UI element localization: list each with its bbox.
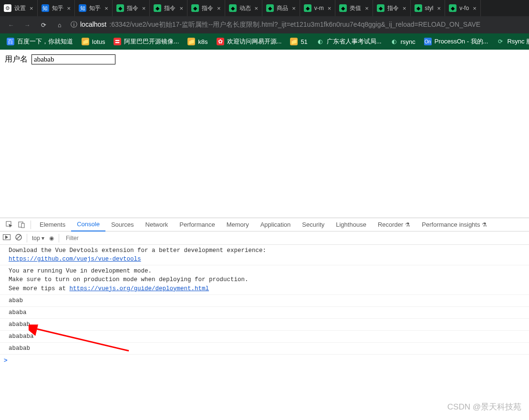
tab-title: 设置 bbox=[14, 4, 26, 12]
devtools-tab-network[interactable]: Network bbox=[140, 218, 174, 231]
console-log-line: You are running Vue in development mode.… bbox=[0, 265, 529, 294]
home-button[interactable]: ⌂ bbox=[54, 21, 65, 29]
close-icon[interactable]: × bbox=[292, 5, 296, 12]
close-icon[interactable]: × bbox=[328, 5, 332, 12]
tab-title: v-fo bbox=[459, 5, 469, 11]
close-icon[interactable]: × bbox=[179, 5, 183, 12]
close-icon[interactable]: × bbox=[365, 5, 369, 12]
devtools-tab-performance[interactable]: Performance bbox=[174, 218, 220, 231]
browser-tab[interactable]: ◆指令× bbox=[373, 0, 411, 16]
browser-tab[interactable]: ⚙设置× bbox=[0, 0, 38, 16]
separator bbox=[31, 220, 31, 229]
devtools-tab-lighthouse[interactable]: Lighthouse bbox=[330, 218, 372, 231]
bookmark-icon: ◐ bbox=[390, 38, 398, 45]
console-log-line: ababa bbox=[0, 307, 529, 319]
browser-tab-strip: ⚙设置×知知乎×知知乎×◆指令×◆指令×◆指令×◆动态×◆商品×◆v-m×◆类值… bbox=[0, 0, 529, 16]
page-content: 用户名 bbox=[0, 50, 529, 218]
tab-title: 知乎 bbox=[89, 4, 101, 12]
browser-tab[interactable]: ◆指令× bbox=[113, 0, 150, 16]
browser-tab[interactable]: ◆商品× bbox=[262, 0, 300, 16]
tab-favicon: ◆ bbox=[377, 4, 384, 12]
close-icon[interactable]: × bbox=[67, 5, 71, 12]
browser-tab[interactable]: 知知乎× bbox=[75, 0, 113, 16]
device-toggle-icon[interactable] bbox=[15, 221, 28, 228]
bookmarks-bar: 百百度一下，你就知道📁lotus〓阿里巴巴开源镜像...📁k8s✿欢迎访问网易开… bbox=[0, 33, 529, 50]
bookmark-icon: On bbox=[424, 38, 432, 45]
devtools-tab-performance-insights[interactable]: Performance insights ⚗ bbox=[416, 218, 493, 231]
bookmark-label: rsync bbox=[401, 38, 415, 45]
close-icon[interactable]: × bbox=[255, 5, 259, 12]
browser-tab[interactable]: ◆v-fo× bbox=[445, 0, 481, 16]
tab-title: 动态 bbox=[239, 4, 251, 12]
bookmark-label: 百度一下，你就知道 bbox=[17, 37, 73, 46]
console-filter-input[interactable] bbox=[64, 234, 159, 242]
devtools-tab-memory[interactable]: Memory bbox=[221, 218, 255, 231]
devtools-tab-console[interactable]: Console bbox=[71, 218, 105, 231]
devtools-tab-elements[interactable]: Elements bbox=[34, 218, 71, 231]
browser-tab[interactable]: ◆指令× bbox=[150, 0, 187, 16]
address-path: :63342/vue2/vue初始17-监听属性--用户名长度限制.html?_… bbox=[109, 21, 480, 29]
console-toolbar: top ▾ ◉ bbox=[0, 231, 529, 245]
inspect-element-icon[interactable] bbox=[3, 221, 15, 228]
bookmark-label: ProcessOn - 我的... bbox=[435, 37, 488, 46]
eye-icon[interactable]: ◉ bbox=[49, 235, 54, 242]
devtools-tab-recorder[interactable]: Recorder ⚗ bbox=[372, 218, 416, 231]
console-prompt[interactable]: > bbox=[0, 355, 529, 366]
address-url[interactable]: ⓘ localhost:63342/vue2/vue初始17-监听属性--用户名… bbox=[71, 21, 523, 29]
close-icon[interactable]: × bbox=[217, 5, 221, 12]
forward-button[interactable]: → bbox=[22, 21, 32, 29]
tab-title: 类值 bbox=[350, 4, 361, 12]
browser-tab[interactable]: ◆styl× bbox=[411, 0, 446, 16]
username-input[interactable] bbox=[31, 54, 115, 64]
devtools-tab-bar: ElementsConsoleSourcesNetworkPerformance… bbox=[0, 218, 529, 231]
bookmark-item[interactable]: 📁k8s bbox=[187, 38, 207, 45]
devtools-tab-security[interactable]: Security bbox=[296, 218, 330, 231]
tab-favicon: ◆ bbox=[449, 4, 456, 12]
tab-title: styl bbox=[425, 5, 434, 11]
separator bbox=[59, 234, 59, 242]
tab-favicon: ◆ bbox=[415, 4, 422, 12]
tab-title: 指令 bbox=[202, 4, 213, 12]
experiment-icon: ⚗ bbox=[482, 221, 487, 228]
bookmark-item[interactable]: 📁lotus bbox=[82, 38, 105, 45]
bookmark-item[interactable]: OnProcessOn - 我的... bbox=[424, 37, 488, 46]
bookmark-item[interactable]: 〓阿里巴巴开源镜像... bbox=[114, 37, 179, 46]
close-icon[interactable]: × bbox=[403, 5, 406, 12]
svg-rect-2 bbox=[21, 223, 24, 228]
browser-tab[interactable]: ◆动态× bbox=[225, 0, 263, 16]
devtools-panel: ElementsConsoleSourcesNetworkPerformance… bbox=[0, 218, 529, 366]
tab-favicon: ◆ bbox=[266, 4, 274, 12]
close-icon[interactable]: × bbox=[437, 5, 441, 12]
bookmark-icon: 📁 bbox=[290, 38, 298, 45]
tab-favicon: ◆ bbox=[229, 4, 237, 12]
devtools-tab-sources[interactable]: Sources bbox=[105, 218, 140, 231]
bookmark-label: 阿里巴巴开源镜像... bbox=[124, 37, 179, 46]
bookmark-item[interactable]: ◐rsync bbox=[390, 38, 415, 45]
bookmark-item[interactable]: 百百度一下，你就知道 bbox=[7, 37, 73, 46]
browser-tab[interactable]: ◆类值× bbox=[335, 0, 373, 16]
close-icon[interactable]: × bbox=[104, 5, 108, 12]
clear-console-icon[interactable] bbox=[15, 234, 22, 242]
context-selector[interactable]: top ▾ bbox=[32, 235, 44, 242]
bookmark-item[interactable]: ⟳Rsync 服务部署 bbox=[497, 37, 529, 46]
tab-title: v-m bbox=[314, 5, 324, 11]
site-info-icon[interactable]: ⓘ bbox=[71, 21, 77, 29]
back-button[interactable]: ← bbox=[6, 21, 16, 29]
bookmark-label: Rsync 服务部署 bbox=[507, 37, 529, 46]
tab-favicon: ◆ bbox=[116, 4, 124, 12]
bookmark-label: 51 bbox=[301, 38, 307, 45]
bookmark-item[interactable]: ◐广东省人事考试局... bbox=[316, 37, 382, 46]
bookmark-item[interactable]: 📁51 bbox=[290, 38, 307, 45]
close-icon[interactable]: × bbox=[142, 5, 146, 12]
tab-title: 指令 bbox=[164, 4, 176, 12]
reload-button[interactable]: ⟳ bbox=[38, 21, 49, 29]
username-label: 用户名 bbox=[5, 55, 28, 63]
close-icon[interactable]: × bbox=[30, 5, 33, 12]
browser-tab[interactable]: 知知乎× bbox=[38, 0, 75, 16]
bookmark-item[interactable]: ✿欢迎访问网易开源... bbox=[217, 37, 282, 46]
toggle-sidebar-icon[interactable] bbox=[3, 234, 10, 242]
devtools-tab-application[interactable]: Application bbox=[255, 218, 297, 231]
close-icon[interactable]: × bbox=[473, 5, 477, 12]
browser-tab[interactable]: ◆v-m× bbox=[300, 0, 336, 16]
browser-tab[interactable]: ◆指令× bbox=[187, 0, 225, 16]
